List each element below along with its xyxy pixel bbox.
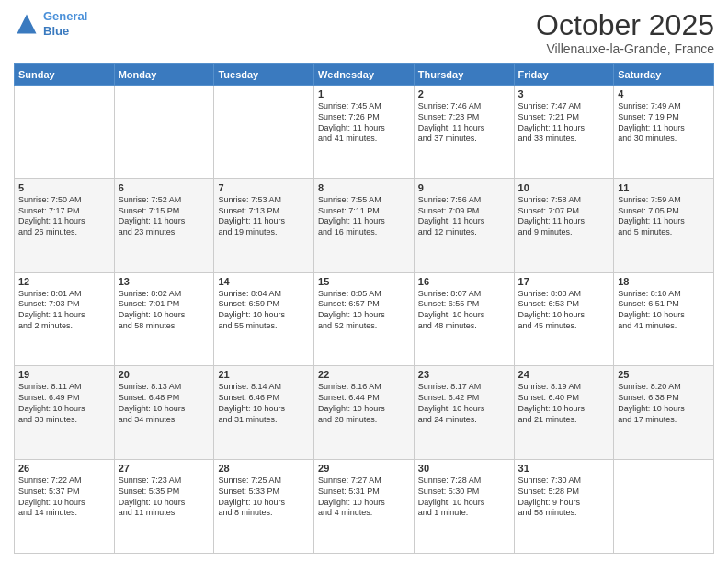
day-header-sunday: Sunday	[15, 64, 115, 86]
calendar-cell: 26Sunrise: 7:22 AM Sunset: 5:37 PM Dayli…	[15, 460, 115, 554]
calendar-week-1: 5Sunrise: 7:50 AM Sunset: 7:17 PM Daylig…	[15, 178, 714, 272]
calendar-cell: 20Sunrise: 8:13 AM Sunset: 6:48 PM Dayli…	[114, 366, 214, 460]
day-info: Sunrise: 7:52 AM Sunset: 7:15 PM Dayligh…	[119, 195, 210, 238]
calendar-cell: 15Sunrise: 8:05 AM Sunset: 6:57 PM Dayli…	[314, 272, 415, 366]
calendar-cell: 16Sunrise: 8:07 AM Sunset: 6:55 PM Dayli…	[414, 272, 514, 366]
day-header-wednesday: Wednesday	[314, 64, 415, 86]
calendar-cell: 7Sunrise: 7:53 AM Sunset: 7:13 PM Daylig…	[214, 178, 314, 272]
day-number: 4	[618, 88, 710, 99]
day-number: 12	[18, 276, 110, 287]
day-number: 28	[218, 463, 310, 474]
day-info: Sunrise: 7:49 AM Sunset: 7:19 PM Dayligh…	[618, 101, 710, 144]
day-info: Sunrise: 8:13 AM Sunset: 6:48 PM Dayligh…	[119, 382, 210, 425]
calendar-cell: 6Sunrise: 7:52 AM Sunset: 7:15 PM Daylig…	[114, 178, 214, 272]
day-number: 11	[618, 182, 710, 193]
calendar-cell: 30Sunrise: 7:28 AM Sunset: 5:30 PM Dayli…	[414, 460, 514, 554]
day-info: Sunrise: 7:55 AM Sunset: 7:11 PM Dayligh…	[318, 195, 410, 238]
location: Villenauxe-la-Grande, France	[536, 41, 714, 56]
day-info: Sunrise: 8:04 AM Sunset: 6:59 PM Dayligh…	[218, 289, 310, 332]
day-number: 20	[119, 369, 210, 380]
day-info: Sunrise: 8:10 AM Sunset: 6:51 PM Dayligh…	[618, 289, 710, 332]
day-info: Sunrise: 7:22 AM Sunset: 5:37 PM Dayligh…	[18, 476, 110, 519]
calendar-cell	[15, 86, 115, 179]
day-info: Sunrise: 7:53 AM Sunset: 7:13 PM Dayligh…	[218, 195, 310, 238]
calendar-cell: 14Sunrise: 8:04 AM Sunset: 6:59 PM Dayli…	[214, 272, 314, 366]
day-number: 27	[119, 463, 210, 474]
logo-icon	[14, 11, 40, 37]
day-number: 22	[318, 369, 410, 380]
day-info: Sunrise: 7:56 AM Sunset: 7:09 PM Dayligh…	[418, 195, 510, 238]
day-info: Sunrise: 7:50 AM Sunset: 7:17 PM Dayligh…	[18, 195, 110, 238]
day-number: 8	[318, 182, 410, 193]
day-number: 19	[18, 369, 110, 380]
day-header-thursday: Thursday	[414, 64, 514, 86]
day-info: Sunrise: 7:46 AM Sunset: 7:23 PM Dayligh…	[418, 101, 510, 144]
calendar-cell: 5Sunrise: 7:50 AM Sunset: 7:17 PM Daylig…	[15, 178, 115, 272]
calendar-week-4: 26Sunrise: 7:22 AM Sunset: 5:37 PM Dayli…	[15, 460, 714, 554]
page: General Blue October 2025 Villenauxe-la-…	[0, 0, 728, 563]
day-number: 3	[518, 88, 610, 99]
calendar-cell: 27Sunrise: 7:23 AM Sunset: 5:35 PM Dayli…	[114, 460, 214, 554]
calendar-cell: 22Sunrise: 8:16 AM Sunset: 6:44 PM Dayli…	[314, 366, 415, 460]
day-header-saturday: Saturday	[614, 64, 714, 86]
day-number: 6	[119, 182, 210, 193]
calendar-cell: 13Sunrise: 8:02 AM Sunset: 7:01 PM Dayli…	[114, 272, 214, 366]
calendar-cell: 31Sunrise: 7:30 AM Sunset: 5:28 PM Dayli…	[514, 460, 614, 554]
calendar-cell: 8Sunrise: 7:55 AM Sunset: 7:11 PM Daylig…	[314, 178, 415, 272]
day-number: 13	[119, 276, 210, 287]
day-info: Sunrise: 8:01 AM Sunset: 7:03 PM Dayligh…	[18, 289, 110, 332]
day-info: Sunrise: 8:17 AM Sunset: 6:42 PM Dayligh…	[418, 382, 510, 425]
calendar-cell: 1Sunrise: 7:45 AM Sunset: 7:26 PM Daylig…	[314, 86, 415, 179]
calendar-cell: 28Sunrise: 7:25 AM Sunset: 5:33 PM Dayli…	[214, 460, 314, 554]
day-number: 30	[418, 463, 510, 474]
calendar-table: SundayMondayTuesdayWednesdayThursdayFrid…	[14, 63, 714, 554]
calendar-week-3: 19Sunrise: 8:11 AM Sunset: 6:49 PM Dayli…	[15, 366, 714, 460]
day-header-monday: Monday	[114, 64, 214, 86]
calendar-cell: 19Sunrise: 8:11 AM Sunset: 6:49 PM Dayli…	[15, 366, 115, 460]
day-info: Sunrise: 7:45 AM Sunset: 7:26 PM Dayligh…	[318, 101, 410, 144]
day-header-tuesday: Tuesday	[214, 64, 314, 86]
calendar-cell: 25Sunrise: 8:20 AM Sunset: 6:38 PM Dayli…	[614, 366, 714, 460]
day-number: 17	[518, 276, 610, 287]
calendar-cell: 2Sunrise: 7:46 AM Sunset: 7:23 PM Daylig…	[414, 86, 514, 179]
logo-line2: Blue	[43, 24, 69, 38]
day-number: 7	[218, 182, 310, 193]
day-number: 1	[318, 88, 410, 99]
day-info: Sunrise: 8:11 AM Sunset: 6:49 PM Dayligh…	[18, 382, 110, 425]
svg-marker-0	[17, 14, 37, 33]
day-number: 26	[18, 463, 110, 474]
day-number: 15	[318, 276, 410, 287]
calendar-week-2: 12Sunrise: 8:01 AM Sunset: 7:03 PM Dayli…	[15, 272, 714, 366]
day-header-friday: Friday	[514, 64, 614, 86]
title-block: October 2025 Villenauxe-la-Grande, Franc…	[536, 9, 714, 56]
calendar-cell: 11Sunrise: 7:59 AM Sunset: 7:05 PM Dayli…	[614, 178, 714, 272]
day-number: 25	[618, 369, 710, 380]
header: General Blue October 2025 Villenauxe-la-…	[14, 9, 714, 56]
logo-line1: General	[43, 9, 87, 23]
logo: General Blue	[14, 9, 87, 38]
calendar-cell: 9Sunrise: 7:56 AM Sunset: 7:09 PM Daylig…	[414, 178, 514, 272]
day-info: Sunrise: 7:59 AM Sunset: 7:05 PM Dayligh…	[618, 195, 710, 238]
day-number: 2	[418, 88, 510, 99]
calendar-cell	[614, 460, 714, 554]
day-number: 18	[618, 276, 710, 287]
calendar-cell: 3Sunrise: 7:47 AM Sunset: 7:21 PM Daylig…	[514, 86, 614, 179]
logo-text: General Blue	[43, 9, 87, 38]
day-number: 31	[518, 463, 610, 474]
day-info: Sunrise: 7:30 AM Sunset: 5:28 PM Dayligh…	[518, 476, 610, 519]
day-info: Sunrise: 8:02 AM Sunset: 7:01 PM Dayligh…	[119, 289, 210, 332]
calendar-cell: 21Sunrise: 8:14 AM Sunset: 6:46 PM Dayli…	[214, 366, 314, 460]
calendar-cell	[114, 86, 214, 179]
month-title: October 2025	[536, 9, 714, 41]
day-info: Sunrise: 8:07 AM Sunset: 6:55 PM Dayligh…	[418, 289, 510, 332]
day-number: 29	[318, 463, 410, 474]
day-info: Sunrise: 8:08 AM Sunset: 6:53 PM Dayligh…	[518, 289, 610, 332]
day-info: Sunrise: 8:20 AM Sunset: 6:38 PM Dayligh…	[618, 382, 710, 425]
day-info: Sunrise: 7:58 AM Sunset: 7:07 PM Dayligh…	[518, 195, 610, 238]
day-info: Sunrise: 7:28 AM Sunset: 5:30 PM Dayligh…	[418, 476, 510, 519]
calendar-cell: 18Sunrise: 8:10 AM Sunset: 6:51 PM Dayli…	[614, 272, 714, 366]
calendar-cell	[214, 86, 314, 179]
day-info: Sunrise: 7:23 AM Sunset: 5:35 PM Dayligh…	[119, 476, 210, 519]
calendar-cell: 10Sunrise: 7:58 AM Sunset: 7:07 PM Dayli…	[514, 178, 614, 272]
calendar-cell: 17Sunrise: 8:08 AM Sunset: 6:53 PM Dayli…	[514, 272, 614, 366]
